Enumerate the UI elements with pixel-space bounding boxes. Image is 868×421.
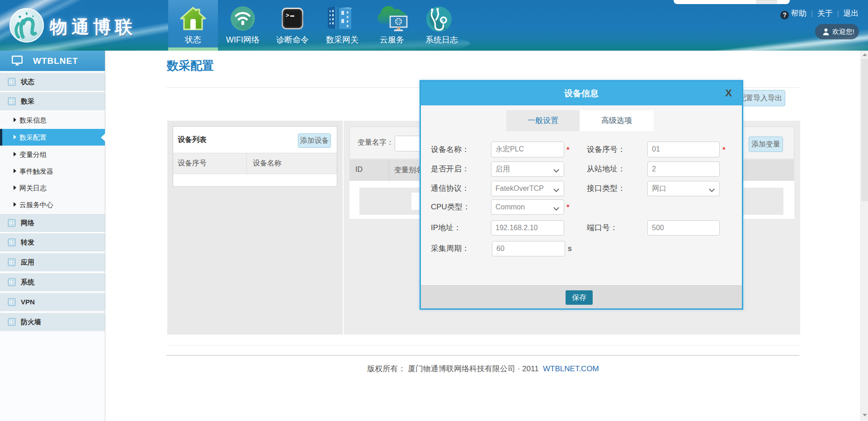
svg-text:>: > — [286, 12, 289, 19]
